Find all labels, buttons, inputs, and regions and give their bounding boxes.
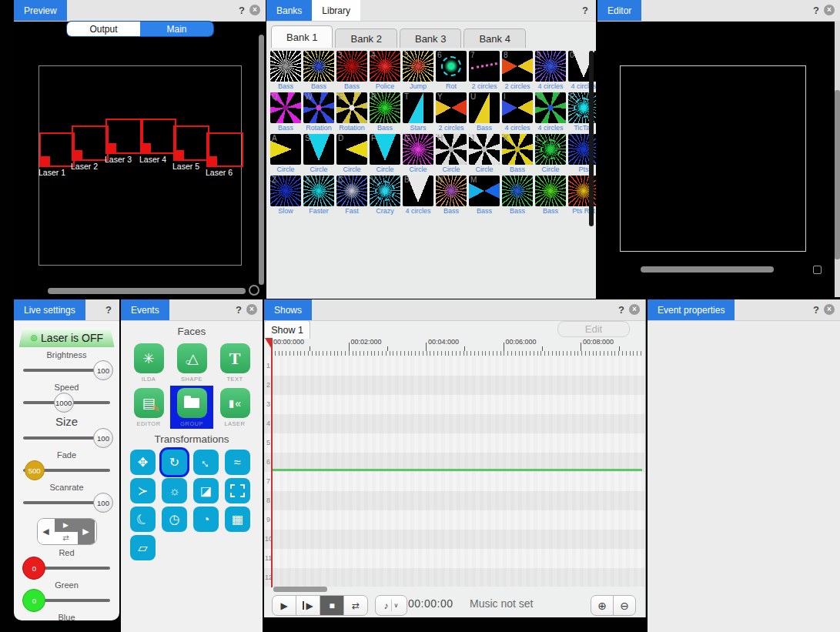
laser-zone[interactable]: Laser 3 [105, 119, 143, 154]
slider-thumb[interactable]: 1000 [54, 393, 74, 413]
help-icon[interactable]: ? [236, 304, 242, 316]
scanrate-slider[interactable]: 100 [22, 493, 112, 512]
bank-thumbnail[interactable]: NBass [436, 176, 467, 215]
size-slider[interactable]: 100 [22, 428, 112, 447]
editor-resize-handle[interactable] [813, 266, 822, 274]
laser-power-button[interactable]: ⊚ Laser is OFF [19, 328, 115, 347]
bank-thumbnail[interactable]: 6Rot [436, 51, 467, 90]
timeline-ruler[interactable]: 00:00:00000:02:00000:04:00000:06:00000:0… [271, 338, 644, 356]
transform-button-selection[interactable] [225, 478, 250, 503]
slider-thumb[interactable]: 100 [93, 493, 113, 513]
step-back-button[interactable]: ◀ [38, 519, 55, 544]
bank-tab[interactable]: Bank 2 [335, 28, 397, 48]
face-button-group[interactable]: GROUP [170, 386, 213, 429]
editor-horizontal-scrollbar[interactable] [641, 266, 774, 273]
play-from-start-button[interactable]: ▶ [296, 595, 320, 616]
stop-button[interactable]: ■ [320, 595, 344, 616]
bank-thumbnail[interactable]: ACircle [270, 134, 301, 173]
bank-thumbnail[interactable]: TStars [403, 92, 433, 132]
bank-thumbnail[interactable]: CFast [336, 176, 367, 215]
slider-thumb[interactable]: 0 [22, 589, 45, 612]
bank-thumbnail[interactable]: 1Bass [270, 51, 301, 90]
timeline-track-row[interactable]: 12 [264, 568, 644, 587]
speed-slider[interactable]: 1000 [22, 393, 112, 412]
tab-output[interactable]: Output [67, 22, 140, 36]
bank-thumbnail[interactable]: 94 circles [535, 51, 566, 90]
close-icon[interactable]: × [824, 304, 835, 315]
bank-thumbnail[interactable]: Bass [502, 176, 533, 215]
bank-thumbnail[interactable]: RBass [370, 92, 400, 132]
bank-tab[interactable]: Bank 1 [271, 25, 333, 48]
transform-button-box3d[interactable]: ▱ [130, 535, 156, 560]
timeline-track-row[interactable]: 5 [264, 433, 644, 453]
zoom-out-button[interactable]: ⊖ [613, 595, 636, 616]
editor-vertical-scrollbar-thumb[interactable] [835, 90, 840, 259]
bank-thumbnail[interactable]: UBass [469, 92, 500, 132]
play-button[interactable]: ▶ [55, 519, 78, 532]
bank-thumbnail[interactable]: O4 circles [535, 92, 566, 132]
laser-zone[interactable]: Laser 1 [39, 132, 75, 167]
fade-slider[interactable]: 500 [22, 460, 112, 480]
bank-thumbnail[interactable]: KBass [502, 134, 533, 173]
transform-button-scale[interactable]: ↔ [193, 450, 219, 475]
transform-button-clock[interactable]: ◷ [162, 507, 187, 532]
bank-thumbnail[interactable]: XFaster [303, 176, 334, 215]
music-button[interactable]: ♪ ∨ [375, 595, 407, 616]
close-icon[interactable]: × [249, 5, 260, 15]
edit-button[interactable]: Edit [557, 321, 630, 337]
transform-button-flare[interactable]: ≻ [130, 478, 156, 503]
event-properties-panel-tab[interactable]: Event properties [648, 299, 735, 320]
bank-thumbnail[interactable]: 2Bass [303, 51, 334, 90]
bank-thumbnail[interactable]: JCircle [469, 134, 500, 173]
preview-horizontal-scrollbar[interactable] [48, 288, 246, 294]
timeline-track-row[interactable]: 11 [264, 549, 644, 568]
bank-thumbnail[interactable]: VCrazy [370, 176, 400, 215]
timeline-playhead[interactable] [271, 338, 273, 587]
red-slider[interactable]: 0 [22, 558, 112, 577]
transform-button-brightness[interactable]: ☼ [162, 478, 187, 503]
brightness-slider[interactable]: 100 [22, 360, 112, 380]
bank-thumbnail[interactable]: 4Police [370, 51, 400, 90]
preview-vertical-scrollbar[interactable] [259, 35, 264, 285]
shows-panel-tab[interactable]: Shows [264, 299, 312, 320]
help-icon[interactable]: ? [618, 304, 624, 316]
bank-thumbnail[interactable]: MBass [469, 176, 500, 215]
bank-thumbnail[interactable]: ZSlow [270, 176, 301, 215]
timeline-track-row[interactable]: 10 [264, 530, 644, 549]
timeline-track-row[interactable]: 9 [264, 510, 644, 530]
bank-thumbnail[interactable]: ERotation [336, 92, 367, 132]
transform-button-move[interactable]: ✥ [130, 450, 156, 475]
timeline-track-row[interactable]: 3 [264, 395, 644, 414]
slider-thumb[interactable]: 100 [93, 428, 113, 448]
help-icon[interactable]: ? [239, 5, 245, 16]
timeline-event-bar[interactable] [272, 469, 642, 471]
bank-thumbnail[interactable]: Y2 circles [436, 92, 467, 132]
transform-button-wave[interactable]: ≈ [225, 450, 250, 475]
bank-tab[interactable]: Bank 4 [464, 28, 525, 48]
transform-button-moon[interactable]: ☾ [130, 507, 156, 532]
loop-button[interactable]: ⇄ [343, 595, 368, 616]
laser-zone[interactable]: Laser 5 [173, 125, 209, 161]
preview-panel-tab[interactable]: Preview [14, 0, 67, 21]
transform-button-contrast[interactable]: ◪ [193, 478, 219, 503]
bank-thumbnail[interactable]: FCircle [370, 134, 400, 173]
transform-button-pie-clock[interactable]: ◔ [193, 507, 219, 532]
timeline-track-row[interactable]: 4 [264, 414, 644, 433]
events-panel-tab[interactable]: Events [121, 299, 169, 320]
bank-thumbnail[interactable]: B4 circles [403, 176, 433, 215]
laser-zone[interactable]: Laser 2 [72, 125, 109, 161]
bank-thumbnail[interactable]: SCircle [303, 134, 334, 173]
face-button-laser[interactable]: LASER [213, 386, 256, 429]
timeline-track-row[interactable]: 8 [264, 491, 644, 510]
bank-thumbnail[interactable]: GCircle [403, 134, 433, 173]
banks-panel-tab[interactable]: Banks [266, 0, 312, 21]
bank-thumbnail[interactable]: DCircle [336, 134, 367, 173]
bank-tab[interactable]: Bank 3 [400, 28, 461, 48]
laser-zone[interactable]: Laser 4 [140, 119, 176, 154]
bank-thumbnail[interactable]: Bass [535, 176, 566, 215]
help-icon[interactable]: ? [105, 304, 112, 316]
bank-thumbnail[interactable]: I4 circles [502, 92, 533, 132]
face-button-shape[interactable]: △SHAPE [170, 341, 213, 384]
bank-thumbnail[interactable]: QBass [270, 92, 301, 132]
play-button[interactable]: ▶ [272, 595, 296, 616]
